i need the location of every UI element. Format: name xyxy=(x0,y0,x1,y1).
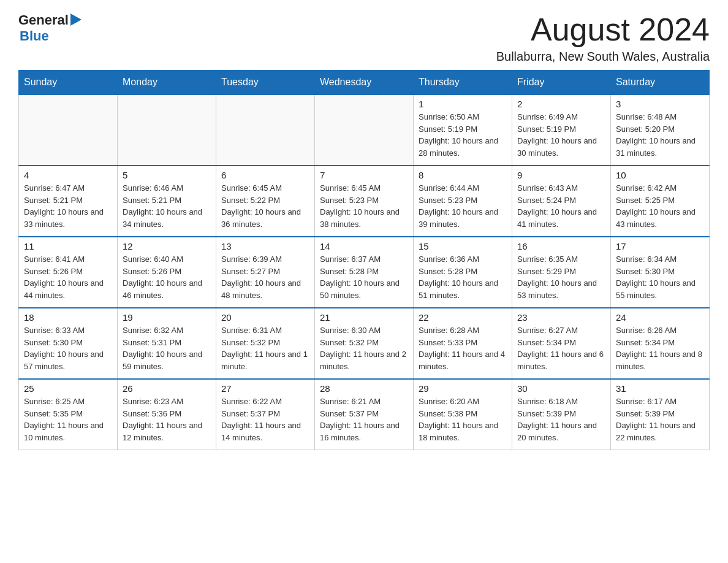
day-number: 26 xyxy=(123,383,211,394)
day-info: Sunrise: 6:48 AMSunset: 5:20 PMDaylight:… xyxy=(616,111,704,159)
day-info: Sunrise: 6:41 AMSunset: 5:26 PMDaylight:… xyxy=(24,253,112,301)
day-number: 24 xyxy=(616,312,704,323)
day-info: Sunrise: 6:36 AMSunset: 5:28 PMDaylight:… xyxy=(419,253,507,301)
logo-arrow-icon xyxy=(70,13,82,26)
day-number: 25 xyxy=(24,383,112,394)
day-number: 23 xyxy=(517,312,605,323)
calendar-cell: 18Sunrise: 6:33 AMSunset: 5:30 PMDayligh… xyxy=(19,308,118,379)
calendar-cell: 25Sunrise: 6:25 AMSunset: 5:35 PMDayligh… xyxy=(19,379,118,450)
day-info: Sunrise: 6:40 AMSunset: 5:26 PMDaylight:… xyxy=(123,253,211,301)
calendar-cell: 20Sunrise: 6:31 AMSunset: 5:32 PMDayligh… xyxy=(216,308,315,379)
calendar-header-row: SundayMondayTuesdayWednesdayThursdayFrid… xyxy=(19,71,710,95)
calendar-cell xyxy=(19,94,118,166)
day-number: 30 xyxy=(517,383,605,394)
day-info: Sunrise: 6:46 AMSunset: 5:21 PMDaylight:… xyxy=(123,182,211,230)
day-info: Sunrise: 6:37 AMSunset: 5:28 PMDaylight:… xyxy=(320,253,408,301)
day-info: Sunrise: 6:17 AMSunset: 5:39 PMDaylight:… xyxy=(616,396,704,443)
day-info: Sunrise: 6:49 AMSunset: 5:19 PMDaylight:… xyxy=(517,111,605,159)
calendar-cell: 4Sunrise: 6:47 AMSunset: 5:21 PMDaylight… xyxy=(19,166,118,237)
svg-marker-0 xyxy=(70,13,82,26)
calendar-cell: 22Sunrise: 6:28 AMSunset: 5:33 PMDayligh… xyxy=(414,308,512,379)
calendar-cell: 24Sunrise: 6:26 AMSunset: 5:34 PMDayligh… xyxy=(611,308,710,379)
day-info: Sunrise: 6:20 AMSunset: 5:38 PMDaylight:… xyxy=(419,396,507,443)
day-number: 16 xyxy=(517,241,605,251)
calendar-cell: 19Sunrise: 6:32 AMSunset: 5:31 PMDayligh… xyxy=(118,308,216,379)
day-info: Sunrise: 6:45 AMSunset: 5:22 PMDaylight:… xyxy=(221,182,309,230)
calendar-cell: 28Sunrise: 6:21 AMSunset: 5:37 PMDayligh… xyxy=(315,379,414,450)
calendar-cell: 5Sunrise: 6:46 AMSunset: 5:21 PMDaylight… xyxy=(118,166,216,237)
logo-blue-text: Blue xyxy=(20,28,49,44)
col-header-saturday: Saturday xyxy=(611,71,710,95)
day-info: Sunrise: 6:35 AMSunset: 5:29 PMDaylight:… xyxy=(517,253,605,301)
day-number: 5 xyxy=(123,170,211,180)
day-info: Sunrise: 6:34 AMSunset: 5:30 PMDaylight:… xyxy=(616,253,704,301)
col-header-monday: Monday xyxy=(118,71,216,95)
calendar-cell xyxy=(118,94,216,166)
day-info: Sunrise: 6:33 AMSunset: 5:30 PMDaylight:… xyxy=(24,324,112,372)
col-header-tuesday: Tuesday xyxy=(216,71,315,95)
calendar-week-row: 18Sunrise: 6:33 AMSunset: 5:30 PMDayligh… xyxy=(19,308,710,379)
location-title: Bullaburra, New South Wales, Australia xyxy=(496,50,710,64)
day-number: 10 xyxy=(616,170,704,180)
col-header-thursday: Thursday xyxy=(414,71,512,95)
day-info: Sunrise: 6:22 AMSunset: 5:37 PMDaylight:… xyxy=(221,396,309,443)
col-header-sunday: Sunday xyxy=(19,71,118,95)
calendar-cell: 13Sunrise: 6:39 AMSunset: 5:27 PMDayligh… xyxy=(216,237,315,308)
day-number: 12 xyxy=(123,241,211,251)
calendar-cell xyxy=(216,94,315,166)
day-number: 18 xyxy=(24,312,112,323)
page-header: General Blue August 2024 Bullaburra, New… xyxy=(18,12,710,64)
calendar-cell: 8Sunrise: 6:44 AMSunset: 5:23 PMDaylight… xyxy=(414,166,512,237)
day-number: 22 xyxy=(419,312,507,323)
day-info: Sunrise: 6:42 AMSunset: 5:25 PMDaylight:… xyxy=(616,182,704,230)
day-info: Sunrise: 6:44 AMSunset: 5:23 PMDaylight:… xyxy=(419,182,507,230)
calendar-cell: 26Sunrise: 6:23 AMSunset: 5:36 PMDayligh… xyxy=(118,379,216,450)
calendar-cell xyxy=(315,94,414,166)
calendar-cell: 21Sunrise: 6:30 AMSunset: 5:32 PMDayligh… xyxy=(315,308,414,379)
calendar-cell: 6Sunrise: 6:45 AMSunset: 5:22 PMDaylight… xyxy=(216,166,315,237)
day-number: 3 xyxy=(616,99,704,109)
day-number: 11 xyxy=(24,241,112,251)
calendar-cell: 23Sunrise: 6:27 AMSunset: 5:34 PMDayligh… xyxy=(512,308,611,379)
calendar-cell: 29Sunrise: 6:20 AMSunset: 5:38 PMDayligh… xyxy=(414,379,512,450)
day-info: Sunrise: 6:30 AMSunset: 5:32 PMDaylight:… xyxy=(320,324,408,372)
day-number: 19 xyxy=(123,312,211,323)
day-info: Sunrise: 6:43 AMSunset: 5:24 PMDaylight:… xyxy=(517,182,605,230)
day-info: Sunrise: 6:28 AMSunset: 5:33 PMDaylight:… xyxy=(419,324,507,372)
calendar-cell: 2Sunrise: 6:49 AMSunset: 5:19 PMDaylight… xyxy=(512,94,611,166)
day-number: 28 xyxy=(320,383,408,394)
calendar-cell: 12Sunrise: 6:40 AMSunset: 5:26 PMDayligh… xyxy=(118,237,216,308)
calendar-cell: 30Sunrise: 6:18 AMSunset: 5:39 PMDayligh… xyxy=(512,379,611,450)
day-number: 31 xyxy=(616,383,704,394)
calendar-cell: 31Sunrise: 6:17 AMSunset: 5:39 PMDayligh… xyxy=(611,379,710,450)
logo: General Blue xyxy=(18,12,82,44)
day-number: 9 xyxy=(517,170,605,180)
day-info: Sunrise: 6:32 AMSunset: 5:31 PMDaylight:… xyxy=(123,324,211,372)
calendar-cell: 14Sunrise: 6:37 AMSunset: 5:28 PMDayligh… xyxy=(315,237,414,308)
day-info: Sunrise: 6:31 AMSunset: 5:32 PMDaylight:… xyxy=(221,324,309,372)
calendar-week-row: 4Sunrise: 6:47 AMSunset: 5:21 PMDaylight… xyxy=(19,166,710,237)
day-number: 17 xyxy=(616,241,704,251)
month-title: August 2024 xyxy=(496,12,710,47)
col-header-friday: Friday xyxy=(512,71,611,95)
calendar-table: SundayMondayTuesdayWednesdayThursdayFrid… xyxy=(18,70,710,450)
logo-general-text: General xyxy=(18,12,69,28)
calendar-cell: 10Sunrise: 6:42 AMSunset: 5:25 PMDayligh… xyxy=(611,166,710,237)
calendar-cell: 7Sunrise: 6:45 AMSunset: 5:23 PMDaylight… xyxy=(315,166,414,237)
day-info: Sunrise: 6:23 AMSunset: 5:36 PMDaylight:… xyxy=(123,396,211,443)
day-info: Sunrise: 6:18 AMSunset: 5:39 PMDaylight:… xyxy=(517,396,605,443)
day-info: Sunrise: 6:27 AMSunset: 5:34 PMDaylight:… xyxy=(517,324,605,372)
day-number: 8 xyxy=(419,170,507,180)
day-info: Sunrise: 6:39 AMSunset: 5:27 PMDaylight:… xyxy=(221,253,309,301)
title-area: August 2024 Bullaburra, New South Wales,… xyxy=(496,12,710,64)
calendar-week-row: 25Sunrise: 6:25 AMSunset: 5:35 PMDayligh… xyxy=(19,379,710,450)
day-number: 21 xyxy=(320,312,408,323)
calendar-cell: 1Sunrise: 6:50 AMSunset: 5:19 PMDaylight… xyxy=(414,94,512,166)
calendar-week-row: 1Sunrise: 6:50 AMSunset: 5:19 PMDaylight… xyxy=(19,94,710,166)
col-header-wednesday: Wednesday xyxy=(315,71,414,95)
calendar-cell: 27Sunrise: 6:22 AMSunset: 5:37 PMDayligh… xyxy=(216,379,315,450)
day-info: Sunrise: 6:26 AMSunset: 5:34 PMDaylight:… xyxy=(616,324,704,372)
day-number: 4 xyxy=(24,170,112,180)
day-number: 15 xyxy=(419,241,507,251)
day-info: Sunrise: 6:25 AMSunset: 5:35 PMDaylight:… xyxy=(24,396,112,443)
